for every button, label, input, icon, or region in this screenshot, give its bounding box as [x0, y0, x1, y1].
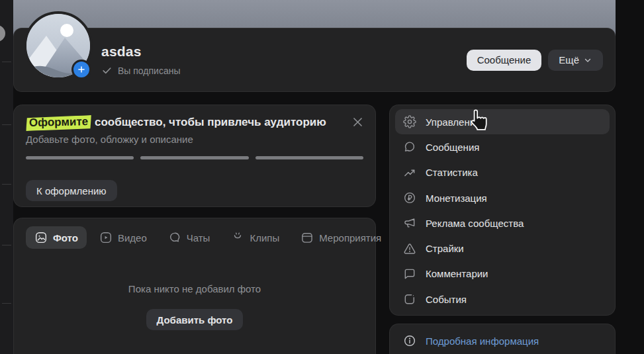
community-name: asdas [101, 44, 467, 60]
megaphone-icon [403, 216, 416, 230]
setup-promo-card: Оформите сообщество, чтобы привлечь ауди… [13, 105, 376, 207]
menu-item-label: Управление [426, 116, 481, 128]
chat-bubble-icon [403, 140, 416, 154]
menu-item-community-ads[interactable]: Реклама сообщества [395, 210, 610, 236]
promo-title-highlight: Оформите [26, 115, 92, 131]
tab-label: Видео [118, 232, 147, 243]
menu-item-monetization[interactable]: Монетизация [395, 185, 610, 210]
management-menu-card: Управление Сообщения Статистика Монетиза… [389, 105, 616, 316]
more-button-label: Ещё [559, 54, 579, 66]
tab-clips[interactable]: Клипы [222, 226, 288, 249]
content-card: Фото Видео Чаты Клипы Мероприятия Пока н… [13, 218, 376, 354]
edge-line [2, 124, 11, 125]
to-design-button[interactable]: К оформлению [26, 180, 117, 201]
tab-label: Мероприятия [319, 232, 381, 243]
warning-icon [403, 242, 416, 255]
menu-item-strikes[interactable]: Страйки [395, 236, 610, 261]
menu-item-statistics[interactable]: Статистика [395, 160, 610, 185]
menu-item-comments[interactable]: Комментарии [395, 261, 610, 287]
tab-events[interactable]: Мероприятия [292, 226, 390, 249]
detailed-info-link-row[interactable]: Подробная информация [403, 334, 602, 347]
tab-label: Фото [53, 232, 78, 243]
info-icon [403, 334, 416, 347]
subscribed-label: Вы подписаны [118, 66, 181, 76]
close-icon[interactable] [350, 114, 365, 129]
tab-videos[interactable]: Видео [91, 226, 156, 249]
menu-item-label: Реклама сообщества [426, 218, 524, 229]
ruble-icon [403, 191, 416, 204]
message-button[interactable]: Сообщение [467, 50, 542, 71]
tab-photos[interactable]: Фото [26, 226, 87, 249]
tab-label: Клипы [250, 232, 279, 243]
chats-icon [168, 231, 181, 244]
left-edge-strip [0, 0, 13, 354]
menu-item-events[interactable]: События [395, 287, 610, 312]
edge-line [2, 184, 11, 185]
plus-icon [77, 65, 86, 74]
progress-segment [255, 156, 363, 159]
detailed-info-card: Подробная информация [389, 324, 616, 354]
more-button[interactable]: Ещё [548, 50, 603, 71]
edge-bubble [0, 25, 5, 42]
gear-icon [403, 115, 416, 128]
event-icon [403, 292, 416, 306]
add-avatar-badge[interactable] [71, 60, 91, 79]
menu-item-label: Сообщения [426, 142, 479, 153]
edge-line [2, 62, 11, 62]
promo-title: Оформите сообщество, чтобы привлечь ауди… [26, 116, 363, 130]
community-header-card: asdas Вы подписаны Сообщение Ещё [13, 28, 616, 92]
edge-line [2, 303, 11, 304]
menu-item-label: Статистика [426, 167, 478, 178]
progress-segment [26, 156, 134, 159]
add-photo-button[interactable]: Добавить фото [146, 309, 244, 330]
menu-item-label: События [426, 294, 467, 305]
tab-chats[interactable]: Чаты [160, 226, 219, 249]
promo-title-rest: сообщество, чтобы привлечь аудиторию [91, 116, 326, 128]
community-avatar[interactable] [24, 11, 94, 81]
comment-icon [403, 267, 416, 281]
edge-line [2, 245, 11, 245]
menu-item-messages[interactable]: Сообщения [395, 134, 610, 159]
progress-segment [140, 156, 248, 159]
menu-item-label: Монетизация [426, 193, 487, 204]
tab-label: Чаты [187, 232, 210, 243]
stats-icon [403, 166, 416, 179]
video-icon [99, 231, 113, 244]
detailed-info-link: Подробная информация [426, 335, 539, 347]
clips-icon [231, 231, 244, 244]
menu-item-label: Комментарии [426, 268, 488, 279]
setup-progress-bar [26, 156, 363, 159]
chevron-down-icon [583, 56, 592, 65]
photo-icon [34, 231, 48, 244]
menu-item-label: Страйки [426, 243, 464, 254]
menu-item-management[interactable]: Управление [395, 109, 610, 134]
photos-empty-text: Пока никто не добавил фото [128, 283, 261, 294]
calendar-icon [300, 231, 314, 244]
promo-subtitle: Добавьте фото, обложку и описание [26, 134, 363, 145]
check-icon [101, 65, 113, 76]
